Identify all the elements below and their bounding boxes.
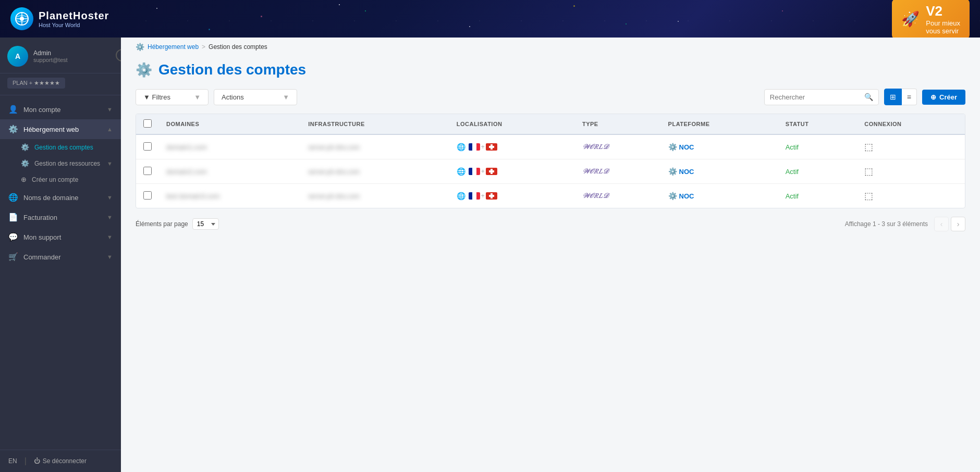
breadcrumb-current: Gestion des comptes [209,43,267,51]
connexion-cell: ⬚ [857,159,965,184]
domain-value: domain1.com [166,143,207,151]
breadcrumb-parent-link[interactable]: Hébergement web [148,43,199,51]
chevron-down-icon: ▼ [107,254,113,260]
sidebar-item-gestion-ressources[interactable]: ⚙️ Gestion des ressources ▼ [0,155,121,171]
col-type: TYPE [575,114,661,134]
filter-chevron-icon: ▼ [194,93,201,101]
table-body: domain1.com server.ph-dns.com 🌐 + [136,134,965,208]
type-value: 𝒲𝒪𝑅𝐿𝒟 [582,143,609,151]
prev-page-button[interactable]: ‹ [934,217,949,231]
sidebar-item-hebergement-web[interactable]: ⚙️ Hébergement web ▲ [0,119,121,139]
view-list-button[interactable]: ≡ [902,89,917,105]
type-cell: 𝒲𝒪𝑅𝐿𝒟 [575,184,661,208]
flag-fr [469,168,480,175]
logo-area: PlanetHoster Host Your World [10,7,109,30]
per-page-select[interactable]: 15 30 50 100 [192,218,219,230]
logo-main: PlanetHoster [39,10,109,22]
domain-cell: domain1.com [159,134,301,159]
search-box: 🔍 [764,89,879,105]
pagination-nav: ‹ › [934,217,965,231]
filter-button[interactable]: ▼ Filtres ▼ [136,89,209,105]
table-row: domain2.com server.ph-dns.com 🌐 + [136,159,965,184]
noc-badge: ⚙️ NOC [668,192,771,200]
filter-label: Filtres [152,93,170,101]
status-value: Actif [786,192,799,200]
flag-group: + [469,168,497,175]
flag-fr [469,143,480,151]
connexion-cell: ⬚ [857,134,965,159]
pagination-info: Affichage 1 - 3 sur 3 éléments [845,220,928,228]
chevron-down-icon: ▼ [107,234,113,240]
create-button[interactable]: ⊕ Créer [922,90,965,105]
noc-badge: ⚙️ NOC [668,143,771,151]
infrastructure-cell: server.ph-dns.com [301,184,449,208]
logout-button[interactable]: ⏻ Se déconnecter [34,457,87,465]
chevron-down-icon: ▼ [107,106,113,113]
sidebar-item-mon-support[interactable]: 💬 Mon support ▼ [0,227,121,247]
user-name: Admin [33,49,114,57]
flag-ch [486,192,497,200]
domain-value: test domain3.com [166,192,220,200]
select-all-checkbox[interactable] [143,119,152,128]
plateforme-cell: ⚙️ NOC [661,159,778,184]
breadcrumb-icon: ⚙️ [136,43,144,51]
logo-text: PlanetHoster Host Your World [39,10,109,28]
domain-value: domain2.com [166,168,207,176]
sidebar-collapse-button[interactable]: ‹ [116,49,121,61]
chevron-down-icon: ▼ [107,214,113,220]
flag-ch [486,143,497,151]
actions-chevron-icon: ▼ [283,93,289,101]
create-plus-icon: ⊕ [930,93,936,101]
page-title-icon: ⚙️ [136,62,152,78]
sidebar-item-noms-de-domaine[interactable]: 🌐 Noms de domaine ▼ [0,188,121,207]
flag-fr [469,192,480,200]
sidebar-item-gestion-comptes[interactable]: ⚙️ Gestion des comptes [0,139,121,155]
col-plateforme: PLATEFORME [661,114,778,134]
flag-ch [486,168,497,175]
localisation-cell: 🌐 + [449,159,575,184]
sidebar-item-facturation[interactable]: 📄 Facturation ▼ [0,207,121,227]
creer-compte-icon: ⊕ [21,176,27,183]
connexion-button[interactable]: ⬚ [864,166,873,177]
statut-cell: Actif [778,159,858,184]
v2-banner: 🚀 V2 Pour mieuxvous servir [892,0,970,38]
gestion-comptes-icon: ⚙️ [21,143,29,151]
language-button[interactable]: EN [8,457,17,465]
noc-icon: ⚙️ [668,167,677,176]
connexion-button[interactable]: ⬚ [864,142,873,152]
search-input[interactable] [770,90,864,105]
connexion-button[interactable]: ⬚ [864,191,873,201]
row-checkbox[interactable] [143,191,152,200]
plus-separator: + [481,192,485,200]
status-value: Actif [786,168,799,176]
sidebar-item-commander[interactable]: 🛒 Commander ▼ [0,247,121,267]
view-grid-button[interactable]: ⊞ [884,89,902,105]
actions-button[interactable]: Actions ▼ [214,89,297,105]
top-header: PlanetHoster Host Your World 🚀 V2 Pour m… [0,0,980,38]
next-page-button[interactable]: › [951,217,965,231]
rocket-icon: 🚀 [901,10,920,28]
row-select-cell [136,134,159,159]
sidebar-item-mon-compte[interactable]: 👤 Mon compte ▼ [0,100,121,119]
sidebar-sub-label: Gestion des ressources [34,160,100,167]
header-right: 🚀 V2 Pour mieuxvous servir [892,0,970,38]
sidebar-item-label: Facturation [23,214,57,221]
globe-icon: 🌐 [457,143,466,151]
domain-cell: test domain3.com [159,184,301,208]
col-localisation: LOCALISATION [449,114,575,134]
sidebar-item-creer-compte[interactable]: ⊕ Créer un compte [0,171,121,188]
type-value: 𝒲𝒪𝑅𝐿𝒟 [582,167,609,175]
gestion-ressources-icon: ⚙️ [21,159,29,167]
chevron-down-icon: ▼ [107,160,113,167]
sidebar-item-label: Mon compte [23,106,61,114]
col-domaines: DOMAINES [159,114,301,134]
main-layout: A Admin support@test ‹ PLAN + ★★★★★ 👤 Mo… [0,38,980,472]
flag-group: + [469,143,497,151]
mon-compte-icon: 👤 [8,105,18,114]
row-checkbox[interactable] [143,142,152,151]
page-header: ⚙️ Gestion des comptes [121,56,980,89]
create-label: Créer [939,93,957,101]
col-infrastructure: INFRASTRUCTURE [301,114,449,134]
row-checkbox[interactable] [143,167,152,175]
page-title: Gestion des comptes [158,61,306,78]
